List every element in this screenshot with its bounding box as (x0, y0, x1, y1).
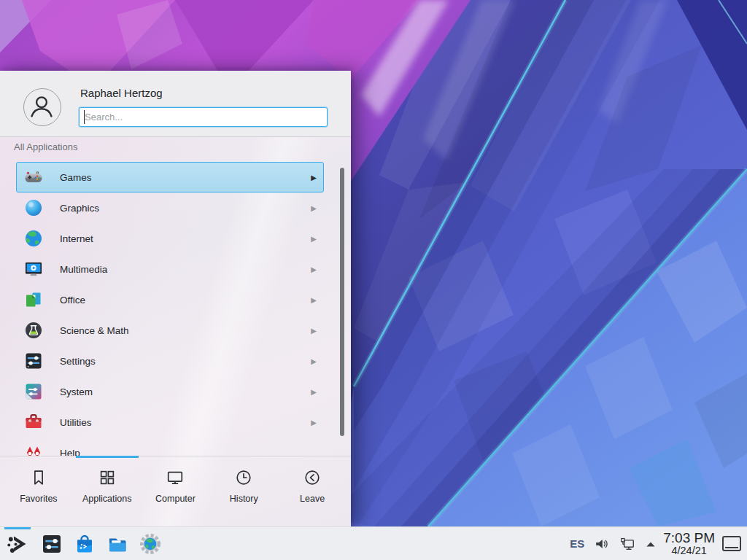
category-label: Multimedia (60, 264, 107, 275)
submenu-arrow-icon: ▶ (311, 296, 317, 304)
gamepad-icon (23, 167, 44, 187)
category-label: Games (60, 172, 92, 183)
active-task-indicator (4, 527, 31, 529)
monitor-play-icon (23, 259, 44, 279)
network-icon[interactable] (619, 536, 635, 552)
digital-clock[interactable]: 7:03 PM 4/24/21 (663, 531, 715, 556)
category-label: Internet (60, 233, 93, 244)
category-label: Settings (60, 356, 96, 367)
flask-icon (23, 320, 44, 341)
show-desktop-button[interactable] (722, 536, 741, 551)
documents-icon (23, 289, 44, 310)
search-input[interactable] (79, 107, 328, 127)
submenu-arrow-icon: ▶ (311, 327, 317, 335)
tab-label: Favorites (20, 494, 57, 504)
category-label: Science & Math (60, 325, 129, 336)
active-tab-indicator (76, 456, 139, 458)
expand-tray-icon[interactable] (645, 540, 657, 548)
system-settings-icon[interactable] (40, 532, 63, 556)
category-label: Utilities (60, 417, 92, 428)
tab-label: History (230, 494, 258, 504)
text-caret (84, 110, 85, 124)
help-buoy-icon (23, 443, 44, 456)
section-label: All Applications (14, 141, 77, 152)
category-label: Graphics (60, 203, 99, 214)
tab-label: Leave (300, 494, 325, 504)
taskbar-panel: ES 7:03 PM 4/24/21 (0, 526, 747, 560)
category-row-help[interactable]: Help (16, 438, 324, 456)
category-row-system[interactable]: System ▶ (16, 376, 324, 407)
launcher-tab-bar: Favorites Applications Computer (0, 456, 351, 526)
submenu-arrow-icon: ▶ (311, 388, 317, 396)
submenu-arrow-icon: ▶ (311, 419, 317, 427)
user-name: Raphael Hertzog (80, 87, 163, 99)
system-sliders-icon (23, 381, 44, 402)
blue-folder-icon[interactable] (106, 532, 129, 556)
clock-icon (234, 468, 253, 487)
list-scrollbar[interactable] (340, 168, 344, 436)
system-tray: ES (570, 536, 657, 552)
volume-icon[interactable] (594, 536, 610, 552)
submenu-arrow-icon: ▶ (311, 174, 317, 182)
clock-date: 4/24/21 (663, 545, 715, 556)
person-icon (24, 89, 59, 124)
category-row-internet[interactable]: Internet ▶ (16, 223, 324, 254)
category-label: Help (60, 448, 80, 456)
globe-gear-icon[interactable] (139, 532, 162, 556)
category-row-office[interactable]: Office ▶ (16, 284, 324, 315)
discover-bag-icon[interactable] (73, 532, 96, 556)
app-grid-icon (98, 468, 117, 487)
category-row-multimedia[interactable]: Multimedia ▶ (16, 254, 324, 284)
globe-icon (23, 228, 44, 249)
tab-label: Applications (82, 494, 131, 504)
submenu-arrow-icon: ▶ (311, 357, 317, 365)
bookmark-icon (29, 468, 48, 487)
tab-computer[interactable]: Computer (142, 456, 210, 526)
tab-applications[interactable]: Applications (73, 456, 142, 526)
submenu-arrow-icon: ▶ (311, 204, 317, 212)
kde-launcher-icon (6, 532, 29, 556)
paint-sphere-icon (23, 198, 44, 218)
category-label: Office (60, 295, 85, 306)
category-row-graphics[interactable]: Graphics ▶ (16, 192, 324, 223)
leave-circle-icon (303, 468, 322, 487)
user-avatar (23, 88, 61, 126)
submenu-arrow-icon: ▶ (311, 235, 317, 243)
category-label: System (60, 386, 93, 397)
tab-history[interactable]: History (209, 456, 278, 526)
keyboard-layout-indicator[interactable]: ES (570, 537, 584, 550)
category-row-settings[interactable]: Settings ▶ (16, 346, 324, 376)
tab-favorites[interactable]: Favorites (4, 456, 73, 526)
toolbox-icon (23, 412, 44, 432)
tab-leave[interactable]: Leave (278, 456, 347, 526)
menu-header: Raphael Hertzog (0, 71, 351, 137)
sliders-icon (23, 351, 44, 371)
application-launcher-menu: Raphael Hertzog All Applications Games (0, 71, 351, 526)
category-list: All Applications Games ▶ (0, 137, 351, 456)
tab-label: Computer (155, 494, 196, 504)
clock-time: 7:03 PM (663, 531, 715, 545)
app-launcher-button[interactable] (4, 527, 31, 560)
submenu-arrow-icon: ▶ (311, 265, 317, 273)
category-row-science-math[interactable]: Science & Math ▶ (16, 315, 324, 346)
category-row-games[interactable]: Games ▶ (16, 162, 324, 192)
monitor-icon (166, 468, 185, 487)
category-row-utilities[interactable]: Utilities ▶ (16, 407, 324, 438)
